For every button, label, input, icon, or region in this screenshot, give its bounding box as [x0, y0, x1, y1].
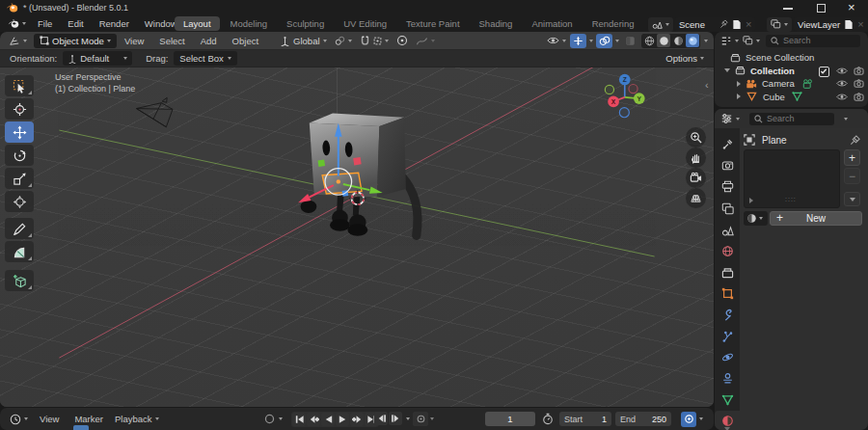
navigation-gizmo[interactable]: Z Y X	[605, 74, 644, 118]
tool-rotate[interactable]	[5, 145, 34, 166]
minimize-button[interactable]	[783, 8, 793, 10]
properties-search-input[interactable]: Search	[749, 113, 834, 125]
tab-particles[interactable]	[715, 326, 740, 346]
workspace-tab-sculpting[interactable]: Sculpting	[278, 16, 333, 31]
tab-view-layer[interactable]	[715, 199, 740, 219]
tool-measure[interactable]	[5, 241, 34, 262]
drag-setting-dropdown[interactable]: Select Box	[174, 51, 237, 66]
frame-step-dropdown[interactable]	[406, 417, 410, 420]
tab-modifiers[interactable]	[715, 305, 740, 325]
frame-end-field[interactable]: End 250	[615, 412, 671, 426]
editor-type-button[interactable]	[5, 34, 31, 48]
tab-render[interactable]	[715, 155, 740, 175]
menu-file[interactable]: File	[30, 18, 60, 29]
transform-orientation-dropdown[interactable]: Global	[276, 34, 330, 48]
jump-to-start-button[interactable]	[292, 413, 306, 426]
camera-object[interactable]	[136, 97, 173, 126]
resize-grip-icon[interactable]: ::::	[785, 196, 797, 202]
tab-world[interactable]	[715, 241, 740, 261]
browse-material-button[interactable]	[744, 211, 768, 226]
unlink-scene-icon[interactable]: ×	[746, 19, 751, 29]
toggle-orthographic-button[interactable]	[686, 188, 706, 208]
tab-collection[interactable]	[715, 262, 740, 282]
hide-in-viewport-toggle[interactable]	[836, 67, 848, 75]
new-material-button[interactable]: + New	[770, 211, 862, 226]
close-button[interactable]: ×	[848, 0, 855, 14]
viewport-menu-view[interactable]: View	[117, 36, 151, 46]
outliner-display-mode-button[interactable]	[741, 34, 762, 48]
play-button[interactable]	[336, 413, 349, 426]
menu-render[interactable]: Render	[92, 18, 137, 29]
overlays-dropdown[interactable]	[615, 40, 619, 42]
tool-select-box[interactable]	[5, 75, 34, 96]
workspace-tab-modeling[interactable]: Modeling	[222, 16, 277, 31]
options-dropdown[interactable]: Options	[662, 51, 708, 66]
playback-sync-button[interactable]	[681, 412, 696, 427]
viewport-menu-select[interactable]: Select	[151, 36, 192, 46]
gizmo-dropdown[interactable]	[589, 40, 593, 42]
snap-pivot-dropdown[interactable]	[331, 34, 356, 48]
tab-object[interactable]	[715, 283, 740, 304]
mode-dropdown[interactable]: Object Mode	[34, 34, 117, 48]
hide-in-viewport-toggle[interactable]	[836, 79, 848, 88]
expand-camera-icon[interactable]	[737, 81, 741, 87]
xray-toggle[interactable]	[622, 34, 637, 48]
shading-wireframe-button[interactable]	[642, 34, 656, 47]
outliner-row-scene-collection[interactable]: Scene Collection	[715, 51, 868, 65]
show-overlays-toggle[interactable]	[596, 34, 612, 48]
blender-app-menu[interactable]	[4, 16, 30, 31]
workspace-tab-rendering[interactable]: Rendering	[583, 16, 643, 31]
keying-dropdown[interactable]	[430, 417, 434, 420]
outliner-row-camera[interactable]: Camera	[715, 77, 868, 91]
new-scene-icon[interactable]	[732, 19, 742, 30]
remove-viewlayer-icon[interactable]: ×	[857, 19, 863, 29]
tool-cursor[interactable]	[5, 98, 34, 120]
zoom-view-button[interactable]	[686, 127, 706, 148]
sync-dropdown[interactable]	[699, 417, 703, 420]
viewlayer-name-field[interactable]: ViewLayer	[798, 19, 840, 30]
viewport-canvas[interactable]: Z Y X User Perspective (1) Collection | …	[0, 67, 714, 407]
material-slot-specials-button[interactable]	[844, 192, 860, 206]
expand-collection-icon[interactable]	[724, 68, 730, 72]
proportional-editing-toggle[interactable]	[393, 34, 412, 48]
workspace-tab-compositing[interactable]: Compositing	[645, 16, 647, 31]
viewport-menu-add[interactable]: Add	[193, 36, 225, 46]
jump-to-next-keyframe-button[interactable]	[350, 413, 364, 426]
expand-cube-icon[interactable]	[737, 94, 741, 99]
playhead-marker[interactable]	[73, 425, 89, 430]
scene-name-field[interactable]: Scene	[679, 19, 716, 30]
tab-physics[interactable]	[715, 347, 740, 367]
viewlayer-browse-button[interactable]	[767, 17, 792, 32]
show-object-types-dropdown[interactable]	[543, 34, 570, 48]
tool-add-cube[interactable]	[5, 270, 34, 291]
viewport-menu-object[interactable]: Object	[225, 36, 266, 46]
tab-tool[interactable]	[715, 134, 740, 154]
pan-view-button[interactable]	[686, 148, 706, 168]
pin-icon[interactable]	[850, 135, 860, 146]
snapping-controls[interactable]	[356, 34, 393, 48]
tool-annotate[interactable]	[5, 218, 34, 239]
slots-expand-icon[interactable]	[749, 198, 753, 203]
show-gizmo-toggle[interactable]	[570, 34, 586, 48]
material-slots-list[interactable]: ::::	[744, 149, 840, 208]
proportional-falloff-dropdown[interactable]	[412, 34, 439, 48]
tab-output[interactable]	[715, 176, 740, 197]
auto-keying-dropdown[interactable]	[279, 417, 283, 420]
camera-view-button[interactable]	[686, 168, 706, 188]
outliner-row-cube[interactable]: Cube	[715, 91, 868, 104]
tab-constraints[interactable]	[715, 368, 740, 389]
disable-in-renders-toggle[interactable]	[854, 79, 864, 88]
outliner-search-input[interactable]: Search	[766, 35, 860, 47]
tab-scene[interactable]	[715, 220, 740, 240]
menu-edit[interactable]: Edit	[60, 18, 91, 29]
frame-start-field[interactable]: Start 1	[559, 412, 611, 426]
outliner-row-collection[interactable]: Collection	[715, 65, 868, 78]
shading-material-button[interactable]	[671, 34, 685, 47]
timeline-editor-type-button[interactable]	[6, 412, 32, 426]
tool-move[interactable]	[5, 121, 34, 143]
step-forward-frame-button[interactable]	[389, 412, 402, 425]
shading-rendered-button[interactable]	[686, 34, 699, 47]
disable-in-renders-toggle[interactable]	[854, 93, 864, 101]
tool-transform[interactable]	[5, 191, 34, 212]
workspace-tab-animation[interactable]: Animation	[523, 16, 581, 31]
